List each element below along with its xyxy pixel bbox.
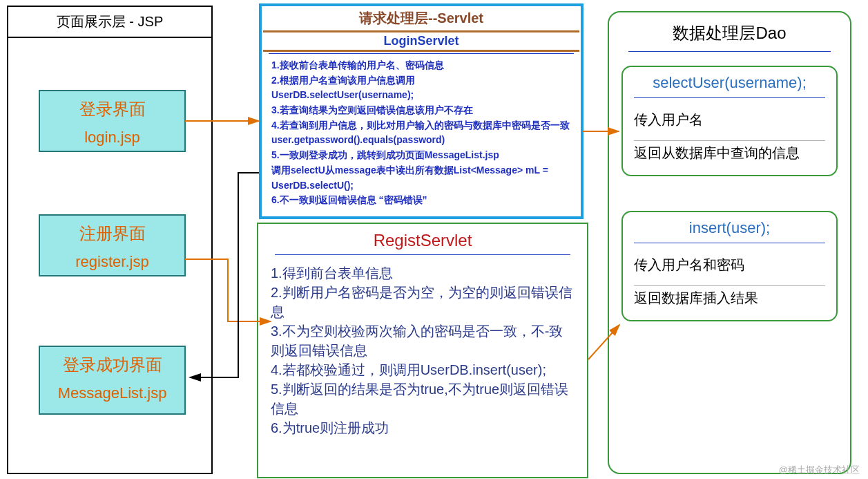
regist-servlet-body: 1.得到前台表单信息 2.判断用户名密码是否为空，为空的则返回错误信息 3.不为… (258, 258, 587, 438)
divider (634, 140, 825, 141)
regist-servlet-title: RegistServlet (258, 224, 587, 252)
step-line: 6.不一致则返回错误信息 “密码错误” (271, 193, 571, 208)
dao-method-insert: insert(user); 传入用户名和密码 返回数据库插入结果 (621, 211, 838, 321)
method-sig: insert(user); (623, 219, 836, 240)
step-line: 2.根据用户名查询该用户信息调用 (271, 73, 571, 88)
method-output: 返回从数据库中查询的信息 (634, 144, 825, 162)
divider (634, 243, 825, 243)
divider (275, 254, 570, 255)
login-servlet-box: 请求处理层--Servlet LoginServlet 1.接收前台表单传输的用… (259, 3, 584, 219)
step-line: 5.判断返回的结果是否为true,不为true则返回错误信息 (271, 379, 575, 418)
divider (269, 53, 574, 54)
dao-layer-title: 数据处理层Dao (609, 12, 850, 48)
divider (634, 285, 825, 286)
divider (634, 97, 825, 98)
watermark: @稀土掘金技术社区 (779, 464, 860, 476)
step-line: 4.若都校验通过，则调用UserDB.insert(user); (271, 360, 575, 379)
msglist-file: MessageList.jsp (40, 384, 184, 402)
step-line: 4.若查询到用户信息，则比对用户输入的密码与数据库中密码是否一致user.get… (271, 118, 571, 148)
login-servlet-title: LoginServlet (262, 32, 581, 50)
jsp-box-register: 注册界面 register.jsp (39, 214, 186, 276)
jsp-box-msglist: 登录成功界面 MessageList.jsp (39, 346, 186, 415)
regist-servlet-box: RegistServlet 1.得到前台表单信息 2.判断用户名密码是否为空，为… (257, 223, 588, 478)
jsp-box-login: 登录界面 login.jsp (39, 90, 186, 152)
step-line: 1.接收前台表单传输的用户名、密码信息 (271, 58, 571, 73)
method-output: 返回数据库插入结果 (634, 289, 825, 308)
dao-method-selectuser: selectUser(username); 传入用户名 返回从数据库中查询的信息 (621, 66, 838, 176)
jsp-layer-title: 页面展示层 - JSP (8, 7, 211, 38)
divider (628, 51, 831, 52)
step-line: 6.为true则注册成功 (271, 418, 575, 438)
method-input: 传入用户名和密码 (634, 256, 825, 274)
divider (263, 50, 579, 52)
method-sig: selectUser(username); (623, 74, 836, 95)
step-line: 1.得到前台表单信息 (271, 263, 575, 283)
login-servlet-body: 1.接收前台表单传输的用户名、密码信息 2.根据用户名查询该用户信息调用 Use… (262, 55, 581, 211)
register-file: register.jsp (40, 253, 184, 271)
servlet-layer-title: 请求处理层--Servlet (262, 6, 581, 30)
register-title: 注册界面 (40, 223, 184, 245)
method-input: 传入用户名 (634, 111, 825, 129)
msglist-title: 登录成功界面 (40, 354, 184, 376)
step-line: 3.不为空则校验两次输入的密码是否一致，不-致则返回错误信息 (271, 321, 575, 360)
step-line: 2.判断用户名密码是否为空，为空的则返回错误信息 (271, 283, 575, 321)
jsp-layer-container: 页面展示层 - JSP 登录界面 login.jsp 注册界面 register… (7, 6, 213, 474)
step-line: UserDB.selectUser(username); (271, 88, 571, 103)
login-file: login.jsp (40, 129, 184, 147)
login-title: 登录界面 (40, 98, 184, 120)
dao-layer-container: 数据处理层Dao selectUser(username); 传入用户名 返回从… (608, 11, 851, 474)
step-line: 3.若查询结果为空则返回错误信息该用户不存在 (271, 103, 571, 118)
step-line: 调用selectU从message表中读出所有数据List<Message> m… (271, 163, 571, 193)
step-line: 5.一致则登录成功，跳转到成功页面MessageList.jsp (271, 148, 571, 163)
